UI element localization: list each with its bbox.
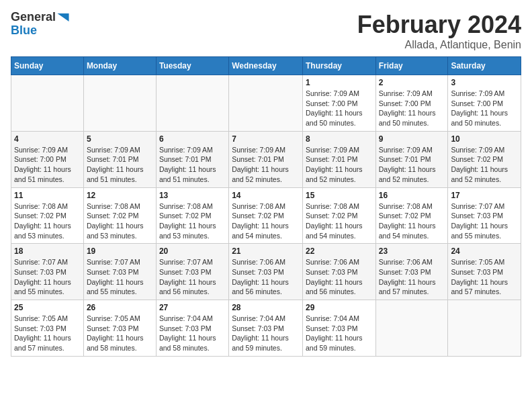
calendar-cell: 25Sunrise: 7:05 AM Sunset: 7:03 PM Dayli…	[11, 300, 84, 357]
calendar-cell: 21Sunrise: 7:06 AM Sunset: 7:03 PM Dayli…	[229, 244, 303, 300]
calendar-cell: 26Sunrise: 7:05 AM Sunset: 7:03 PM Dayli…	[83, 300, 156, 357]
day-number: 19	[87, 246, 153, 256]
day-number: 22	[306, 246, 373, 256]
day-info: Sunrise: 7:08 AM Sunset: 7:02 PM Dayligh…	[159, 201, 226, 241]
day-info: Sunrise: 7:04 AM Sunset: 7:03 PM Dayligh…	[159, 314, 226, 353]
calendar-cell: 27Sunrise: 7:04 AM Sunset: 7:03 PM Dayli…	[156, 300, 228, 357]
day-info: Sunrise: 7:06 AM Sunset: 7:03 PM Dayligh…	[306, 257, 373, 297]
day-number: 16	[379, 191, 445, 200]
calendar-cell: 9Sunrise: 7:09 AM Sunset: 7:01 PM Daylig…	[375, 131, 448, 187]
calendar-cell: 6Sunrise: 7:09 AM Sunset: 7:01 PM Daylig…	[156, 131, 228, 187]
calendar-cell: 3Sunrise: 7:09 AM Sunset: 7:00 PM Daylig…	[448, 75, 521, 132]
calendar-cell: 2Sunrise: 7:09 AM Sunset: 7:00 PM Daylig…	[375, 75, 448, 132]
weekday-header-tuesday: Tuesday	[156, 57, 228, 75]
day-number: 17	[451, 191, 518, 200]
day-info: Sunrise: 7:09 AM Sunset: 7:00 PM Dayligh…	[306, 89, 373, 128]
day-number: 3	[451, 78, 518, 87]
page-subtitle: Allada, Atlantique, Benin	[357, 39, 521, 51]
weekday-header-monday: Monday	[83, 57, 156, 75]
page-header: General Blue February 2024 Allada, Atlan…	[11, 11, 521, 51]
calendar-table: SundayMondayTuesdayWednesdayThursdayFrid…	[11, 56, 521, 357]
day-info: Sunrise: 7:08 AM Sunset: 7:02 PM Dayligh…	[379, 201, 445, 241]
day-number: 1	[306, 78, 373, 87]
calendar-cell: 4Sunrise: 7:09 AM Sunset: 7:00 PM Daylig…	[11, 131, 84, 187]
logo-text-block: General Blue	[11, 11, 69, 38]
calendar-cell: 1Sunrise: 7:09 AM Sunset: 7:00 PM Daylig…	[302, 75, 375, 132]
calendar-cell	[156, 75, 228, 132]
calendar-cell	[229, 75, 303, 132]
calendar-body: 1Sunrise: 7:09 AM Sunset: 7:00 PM Daylig…	[11, 75, 521, 357]
calendar-cell: 8Sunrise: 7:09 AM Sunset: 7:01 PM Daylig…	[302, 131, 375, 187]
day-number: 2	[379, 78, 445, 87]
day-info: Sunrise: 7:09 AM Sunset: 7:00 PM Dayligh…	[379, 89, 445, 128]
day-info: Sunrise: 7:05 AM Sunset: 7:03 PM Dayligh…	[87, 314, 153, 353]
calendar-cell	[83, 75, 156, 132]
day-number: 26	[87, 303, 153, 312]
calendar-cell: 22Sunrise: 7:06 AM Sunset: 7:03 PM Dayli…	[302, 244, 375, 300]
day-info: Sunrise: 7:09 AM Sunset: 7:00 PM Dayligh…	[14, 145, 81, 185]
weekday-header-sunday: Sunday	[11, 57, 84, 75]
day-info: Sunrise: 7:09 AM Sunset: 7:01 PM Dayligh…	[379, 145, 445, 185]
day-info: Sunrise: 7:07 AM Sunset: 7:03 PM Dayligh…	[87, 257, 153, 297]
day-info: Sunrise: 7:08 AM Sunset: 7:02 PM Dayligh…	[87, 201, 153, 241]
logo-text: General Blue	[11, 11, 69, 38]
day-number: 10	[451, 134, 518, 144]
day-info: Sunrise: 7:07 AM Sunset: 7:03 PM Dayligh…	[159, 257, 226, 297]
calendar-cell: 17Sunrise: 7:07 AM Sunset: 7:03 PM Dayli…	[448, 187, 521, 244]
day-number: 24	[451, 246, 518, 256]
calendar-cell: 28Sunrise: 7:04 AM Sunset: 7:03 PM Dayli…	[229, 300, 303, 357]
calendar-week-row: 18Sunrise: 7:07 AM Sunset: 7:03 PM Dayli…	[11, 244, 521, 300]
calendar-cell: 15Sunrise: 7:08 AM Sunset: 7:02 PM Dayli…	[302, 187, 375, 244]
day-info: Sunrise: 7:07 AM Sunset: 7:03 PM Dayligh…	[451, 201, 518, 241]
svg-marker-0	[57, 13, 69, 21]
day-info: Sunrise: 7:04 AM Sunset: 7:03 PM Dayligh…	[232, 314, 300, 353]
calendar-week-row: 25Sunrise: 7:05 AM Sunset: 7:03 PM Dayli…	[11, 300, 521, 357]
calendar-cell: 29Sunrise: 7:04 AM Sunset: 7:03 PM Dayli…	[302, 300, 375, 357]
day-info: Sunrise: 7:09 AM Sunset: 7:01 PM Dayligh…	[306, 145, 373, 185]
calendar-cell	[448, 300, 521, 357]
day-number: 4	[14, 134, 81, 144]
day-number: 20	[159, 246, 226, 256]
day-number: 5	[87, 134, 153, 144]
day-info: Sunrise: 7:09 AM Sunset: 7:01 PM Dayligh…	[159, 145, 226, 185]
day-number: 18	[14, 246, 81, 256]
calendar-cell: 19Sunrise: 7:07 AM Sunset: 7:03 PM Dayli…	[83, 244, 156, 300]
day-number: 8	[306, 134, 373, 144]
day-number: 7	[232, 134, 300, 144]
day-number: 12	[87, 191, 153, 200]
day-info: Sunrise: 7:05 AM Sunset: 7:03 PM Dayligh…	[451, 257, 518, 297]
day-info: Sunrise: 7:09 AM Sunset: 7:01 PM Dayligh…	[232, 145, 300, 185]
day-number: 6	[159, 134, 226, 144]
logo: General Blue	[11, 11, 69, 38]
calendar-cell	[375, 300, 448, 357]
weekday-header-thursday: Thursday	[302, 57, 375, 75]
weekday-header-wednesday: Wednesday	[229, 57, 303, 75]
day-number: 23	[379, 246, 445, 256]
day-info: Sunrise: 7:08 AM Sunset: 7:02 PM Dayligh…	[232, 201, 300, 241]
weekday-header-friday: Friday	[375, 57, 448, 75]
calendar-cell: 20Sunrise: 7:07 AM Sunset: 7:03 PM Dayli…	[156, 244, 228, 300]
calendar-week-row: 11Sunrise: 7:08 AM Sunset: 7:02 PM Dayli…	[11, 187, 521, 244]
page-title: February 2024	[357, 11, 521, 39]
calendar-cell: 7Sunrise: 7:09 AM Sunset: 7:01 PM Daylig…	[229, 131, 303, 187]
title-block: February 2024 Allada, Atlantique, Benin	[357, 11, 521, 51]
day-info: Sunrise: 7:06 AM Sunset: 7:03 PM Dayligh…	[232, 257, 300, 297]
calendar-header: SundayMondayTuesdayWednesdayThursdayFrid…	[11, 57, 521, 75]
calendar-cell: 23Sunrise: 7:06 AM Sunset: 7:03 PM Dayli…	[375, 244, 448, 300]
calendar-cell: 14Sunrise: 7:08 AM Sunset: 7:02 PM Dayli…	[229, 187, 303, 244]
calendar-cell: 13Sunrise: 7:08 AM Sunset: 7:02 PM Dayli…	[156, 187, 228, 244]
calendar-cell: 5Sunrise: 7:09 AM Sunset: 7:01 PM Daylig…	[83, 131, 156, 187]
day-number: 29	[306, 303, 373, 312]
weekday-header-saturday: Saturday	[448, 57, 521, 75]
day-number: 9	[379, 134, 445, 144]
day-number: 21	[232, 246, 300, 256]
day-info: Sunrise: 7:08 AM Sunset: 7:02 PM Dayligh…	[306, 201, 373, 241]
calendar-cell: 10Sunrise: 7:09 AM Sunset: 7:02 PM Dayli…	[448, 131, 521, 187]
day-info: Sunrise: 7:06 AM Sunset: 7:03 PM Dayligh…	[379, 257, 445, 297]
calendar-cell: 11Sunrise: 7:08 AM Sunset: 7:02 PM Dayli…	[11, 187, 84, 244]
day-number: 27	[159, 303, 226, 312]
calendar-cell: 24Sunrise: 7:05 AM Sunset: 7:03 PM Dayli…	[448, 244, 521, 300]
day-info: Sunrise: 7:05 AM Sunset: 7:03 PM Dayligh…	[14, 314, 81, 353]
day-number: 25	[14, 303, 81, 312]
day-number: 15	[306, 191, 373, 200]
